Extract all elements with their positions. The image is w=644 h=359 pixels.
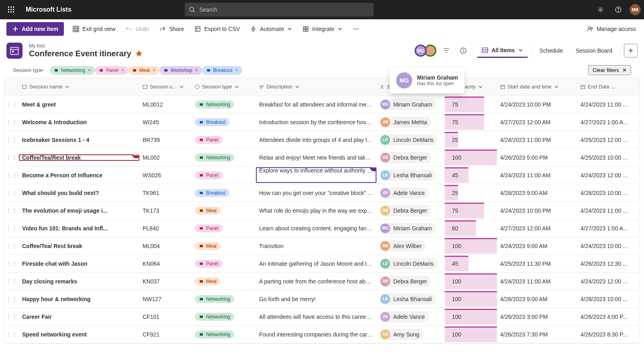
breadcrumb[interactable]: My lists — [29, 43, 143, 49]
cell-session-name[interactable]: Become a Person of Influence — [19, 172, 139, 178]
cell-speaker[interactable]: MGMiriam Graham — [376, 99, 445, 110]
cell-speaker[interactable]: AWAlex Wilber — [376, 240, 445, 252]
chip-remove[interactable]: ✕ — [235, 68, 238, 72]
cell-speaker[interactable]: AVAdele Vance — [376, 187, 445, 199]
cell-session-type[interactable]: Breakout — [192, 118, 256, 126]
cell-session-type[interactable]: Networking — [192, 330, 256, 338]
col-session-type[interactable]: Session type — [192, 84, 256, 90]
cell-speaker[interactable]: DBDebra Berger — [376, 276, 445, 287]
cell-start-date[interactable]: 4/24/2023 10:00 PM — [497, 101, 577, 108]
cell-speaker[interactable]: MGMiriam Graham — [376, 223, 445, 234]
cell-end-date[interactable]: 4/26/2023 8:30 P... — [577, 331, 640, 338]
cell-session-name[interactable]: The evolution of emoji usage i... — [19, 207, 139, 214]
cell-start-date[interactable]: 4/24/2023 11:00 AM — [497, 278, 577, 285]
cell-capacity[interactable]: 75 — [445, 202, 497, 219]
cell-end-date[interactable]: 4/24/2023 12:00 ... — [577, 278, 640, 285]
row-handle[interactable]: ⋮⋮ — [4, 296, 19, 302]
clear-filters-button[interactable]: Clear filters ✕ — [588, 65, 631, 75]
cell-speaker[interactable]: DBDebra Berger — [376, 152, 445, 163]
cell-session-code[interactable]: KN064 — [139, 261, 192, 267]
cell-session-code[interactable]: CF921 — [139, 331, 192, 338]
info-button[interactable] — [456, 44, 470, 57]
table-row[interactable]: ⋮⋮ Coffee/Tea/Rest breakMG ML002 Network… — [4, 149, 640, 166]
col-description[interactable]: Description — [256, 84, 376, 90]
chip-remove[interactable]: ✕ — [152, 68, 155, 72]
cell-description[interactable]: An intimate gathering of Jason Moore and… — [256, 261, 376, 267]
cell-session-type[interactable]: Networking — [192, 154, 256, 162]
cell-start-date[interactable]: 4/26/2023 3:00 PM — [497, 314, 577, 320]
col-start-date[interactable]: Start date and time — [497, 84, 577, 90]
cell-session-code[interactable]: TK173 — [139, 207, 192, 214]
cell-start-date[interactable]: 4/28/2023 9:00 AM — [497, 296, 577, 302]
search-box[interactable] — [185, 3, 374, 16]
col-session-name[interactable]: Session name — [19, 84, 139, 90]
manage-access-button[interactable]: Manage access — [585, 22, 638, 36]
cell-end-date[interactable]: 4/28/2023 10:00 ... — [577, 190, 640, 196]
cell-description[interactable]: Introduction session by the conference h… — [256, 119, 376, 125]
chip-remove[interactable]: ✕ — [195, 68, 198, 72]
cell-session-type[interactable]: Networking — [192, 313, 256, 321]
cell-description[interactable]: Attendees divide into groups of 4 and pl… — [256, 137, 376, 143]
cell-capacity[interactable]: 75 — [445, 96, 497, 113]
cell-session-name[interactable]: Meet & greet — [19, 101, 139, 108]
filter-chip-networking[interactable]: Networking✕ — [50, 66, 95, 75]
col-session-code[interactable]: Session c... — [139, 84, 192, 90]
help-button[interactable] — [612, 3, 625, 16]
cell-session-name[interactable]: Career Fair — [19, 314, 139, 320]
cell-end-date[interactable]: 4/24/2023 12:00 ... — [577, 172, 640, 178]
cell-capacity[interactable]: 25 — [445, 184, 497, 201]
cell-session-code[interactable]: ML002 — [139, 154, 192, 161]
cell-session-type[interactable]: Networking — [192, 295, 256, 303]
cell-session-type[interactable]: Meal — [192, 207, 256, 215]
row-handle[interactable]: ⋮⋮ — [4, 119, 19, 125]
cell-session-name[interactable]: Icebreaker Sessions 1 - 4 — [19, 137, 139, 143]
cell-end-date[interactable]: 4/25/2023 12:00 ... — [577, 137, 640, 143]
cell-session-code[interactable]: ML004 — [139, 243, 192, 249]
search-input[interactable] — [199, 6, 370, 13]
cell-session-name[interactable]: Welcome & Introduction — [19, 119, 139, 125]
presence-avatar[interactable]: MG — [415, 45, 427, 57]
table-row[interactable]: ⋮⋮ Happy hour & networking NW127 Network… — [4, 290, 640, 308]
cell-capacity[interactable]: 100 — [445, 326, 497, 343]
cell-description[interactable]: Relax and enjoy! Meet new friends and ta… — [256, 154, 376, 161]
row-handle[interactable]: ⋮⋮ — [4, 243, 19, 249]
cell-end-date[interactable]: 4/26/2023 12:30 ... — [577, 261, 640, 267]
cell-session-name[interactable]: Coffee/Tea/ Rest break — [19, 243, 139, 249]
cell-start-date[interactable]: 4/24/2023 11:00 AM — [497, 172, 577, 178]
integrate-button[interactable]: Integrate — [301, 22, 344, 36]
cell-session-name[interactable]: Video fun 101: Brands and Infl... — [19, 225, 139, 232]
cell-end-date[interactable]: 4/27/2023 1:00 A... — [577, 119, 640, 125]
row-handle[interactable]: ⋮⋮ — [4, 154, 19, 161]
cell-session-name[interactable]: Day closing remarks — [19, 278, 139, 285]
cell-speaker[interactable]: JMJames Mehta — [376, 117, 445, 128]
cell-speaker[interactable]: DBDebra Berger — [376, 205, 445, 216]
row-handle[interactable]: ⋮⋮ — [4, 314, 19, 320]
filter-chip-panel[interactable]: Panel✕ — [95, 66, 128, 75]
table-row[interactable]: ⋮⋮ Fireside chat with Jason KN064 Panel … — [4, 255, 640, 273]
undo-button[interactable]: Undo — [124, 22, 150, 36]
cell-session-type[interactable]: Breakout — [192, 189, 256, 197]
cell-description[interactable]: How can you get over your "creative bloc… — [256, 190, 376, 196]
cell-session-type[interactable]: Meal — [192, 277, 256, 285]
filter-chip-workshop[interactable]: Workshop✕ — [159, 66, 202, 75]
cell-capacity[interactable]: 75 — [445, 113, 497, 131]
cell-start-date[interactable]: 4/27/2023 12:00 AM — [497, 225, 577, 232]
cell-start-date[interactable]: 4/26/2023 7:30 PM — [497, 331, 577, 338]
cell-session-type[interactable]: Networking — [192, 101, 256, 109]
cell-capacity[interactable]: 100 — [445, 237, 497, 254]
settings-button[interactable] — [594, 3, 607, 16]
chip-remove[interactable]: ✕ — [121, 68, 124, 72]
cell-session-name[interactable]: What should you build next? — [19, 190, 139, 196]
table-row[interactable]: ⋮⋮ Speed networking event CF921 Networki… — [4, 326, 640, 343]
cell-description[interactable]: Found interesting companies during the c… — [256, 331, 376, 338]
cell-capacity[interactable]: 100 — [445, 273, 497, 290]
cell-session-type[interactable]: Panel — [192, 260, 256, 268]
cell-session-name[interactable]: Fireside chat with Jason — [19, 261, 139, 267]
cell-capacity[interactable]: 100 — [445, 149, 497, 166]
cell-start-date[interactable]: 4/25/2023 11:30 PM — [497, 261, 577, 267]
cell-start-date[interactable]: 4/26/2023 5:00 PM — [497, 154, 577, 161]
presence-stack[interactable]: MG — [415, 45, 436, 57]
cell-session-code[interactable]: TK961 — [139, 190, 192, 196]
cell-start-date[interactable]: 4/28/2023 9:00 AM — [497, 190, 577, 196]
cell-end-date[interactable]: 4/24/2023 11:00 ... — [577, 207, 640, 214]
